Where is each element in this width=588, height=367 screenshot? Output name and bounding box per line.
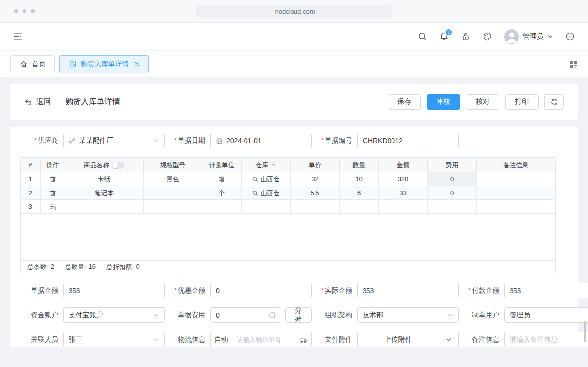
app-header: 0 管理员 — [0, 23, 588, 51]
attachment-label: 文件附件 — [314, 335, 352, 344]
actual-amount-input[interactable]: 353 — [357, 283, 459, 298]
logistics-auto-button[interactable]: 自动 — [211, 332, 232, 347]
person-select[interactable]: 张三 — [63, 332, 165, 347]
window-dot[interactable] — [31, 9, 35, 13]
share-fee-button[interactable]: 分摊 — [285, 307, 312, 323]
cell-name[interactable]: 笔记本 — [65, 186, 144, 199]
cell-fee[interactable]: 0 — [428, 186, 477, 199]
edit-icon[interactable] — [269, 312, 276, 318]
cell-index: 2 — [21, 186, 41, 199]
search-list-icon[interactable] — [49, 203, 56, 210]
doc-fee-input[interactable]: 0 — [210, 307, 281, 323]
print-button[interactable]: 打印 — [505, 94, 539, 110]
window-control-dots[interactable] — [14, 9, 35, 13]
back-button[interactable]: 返回 — [24, 98, 51, 107]
refresh-button[interactable] — [544, 94, 564, 110]
person-label: 关联人员 — [20, 335, 58, 344]
name-toggle-switch[interactable] — [112, 162, 124, 169]
logistics-label: 物流信息 — [167, 335, 205, 344]
cell-spec[interactable]: 黑色 — [144, 172, 202, 186]
field-person: 关联人员 张三 — [20, 332, 167, 347]
truck-icon[interactable] — [295, 332, 311, 347]
undo-arrow-icon — [24, 98, 32, 106]
menu-fold-icon[interactable] — [13, 32, 23, 41]
delete-row-icon[interactable] — [49, 176, 56, 183]
cell-qty[interactable] — [340, 200, 379, 213]
number-input[interactable]: GHRKD0012 — [357, 133, 459, 148]
note-input[interactable]: 请输入备注信息 — [504, 332, 588, 347]
doc-amount-label: 单据金额 — [20, 286, 58, 295]
user-menu[interactable]: 管理员 — [504, 29, 553, 44]
cell-name[interactable]: 卡纸 — [65, 172, 144, 186]
bottom-form: 单据金额 353 *优惠金额 0 *实际金额 353 *付款金额 353 — [10, 283, 578, 347]
cell-amount[interactable]: 33 — [379, 186, 428, 199]
cell-amount[interactable]: 320 — [379, 172, 428, 186]
cell-spec[interactable] — [144, 186, 202, 199]
tab-home-label: 首页 — [32, 60, 46, 69]
browser-bar: nodcloud.com — [0, 0, 588, 23]
cell-action — [41, 200, 65, 213]
lock-icon[interactable] — [461, 32, 470, 41]
field-creator: 制单用户 管理员 — [461, 307, 588, 323]
field-doc-amount: 单据金额 353 — [20, 283, 167, 298]
palette-icon[interactable] — [483, 32, 492, 41]
tab-home[interactable]: 首页 — [10, 55, 55, 73]
org-select[interactable]: 技术部 — [357, 307, 459, 323]
cell-note[interactable] — [477, 186, 555, 199]
cell-price[interactable] — [291, 200, 340, 213]
discount-input[interactable]: 0 — [210, 283, 312, 298]
info-icon[interactable] — [565, 32, 575, 41]
page-title: 购货入库单详情 — [65, 97, 120, 107]
col-warehouse[interactable]: 仓库 — [242, 158, 291, 172]
cell-unit[interactable]: 箱 — [202, 172, 242, 186]
attachment-dropdown-button[interactable] — [439, 332, 459, 347]
scrollbar-thumb[interactable] — [584, 321, 586, 342]
supplier-select[interactable]: 某某配件厂 — [63, 133, 165, 148]
tab-detail[interactable]: 购货入库单详情 — [59, 55, 149, 73]
cell-warehouse[interactable] — [242, 200, 291, 213]
document-form-icon — [69, 60, 77, 68]
cell-fee[interactable] — [428, 200, 477, 213]
logistics-input[interactable]: 请输入物流单号 — [232, 332, 295, 347]
creator-input[interactable]: 管理员 — [504, 307, 588, 323]
field-date: *单据日期 2024-01-01 — [167, 133, 314, 148]
link-icon — [69, 137, 75, 144]
window-dot[interactable] — [23, 9, 26, 13]
delete-row-icon[interactable] — [49, 190, 56, 196]
required-star: * — [34, 136, 37, 144]
date-input[interactable]: 2024-01-01 — [210, 133, 312, 148]
cell-amount[interactable] — [379, 200, 428, 213]
cell-note[interactable] — [477, 172, 555, 186]
cell-unit[interactable]: 个 — [202, 186, 242, 199]
address-bar[interactable]: nodcloud.com — [197, 5, 392, 18]
cell-action — [41, 186, 65, 199]
chevron-down-icon — [547, 34, 553, 40]
cell-name[interactable] — [65, 200, 144, 213]
cell-warehouse[interactable]: 山西仓 — [242, 172, 291, 186]
doc-amount-input[interactable]: 353 — [63, 283, 165, 298]
verify-button[interactable]: 核对 — [466, 94, 499, 110]
save-button[interactable]: 保存 — [388, 94, 421, 110]
audit-button[interactable]: 审核 — [427, 94, 460, 110]
cell-spec[interactable] — [144, 200, 202, 213]
account-select[interactable]: 支付宝账户 — [63, 307, 165, 323]
cell-unit[interactable] — [202, 200, 242, 213]
cell-price[interactable]: 5.5 — [291, 186, 340, 199]
cell-price[interactable]: 32 — [291, 172, 340, 186]
detail-card: *供应商 某某配件厂 *单据日期 202 — [10, 127, 578, 347]
cell-qty[interactable]: 6 — [340, 186, 379, 199]
cell-warehouse[interactable]: 山西仓 — [242, 186, 291, 199]
close-icon[interactable] — [135, 62, 140, 67]
avatar[interactable] — [504, 29, 519, 44]
cell-note[interactable] — [477, 200, 555, 213]
col-name: 商品名称 — [65, 158, 144, 172]
search-icon[interactable] — [418, 32, 427, 41]
window-dot[interactable] — [14, 9, 18, 13]
payment-amount-label: *付款金额 — [461, 286, 499, 295]
notification-bell-icon[interactable]: 0 — [440, 32, 449, 41]
upload-attachment-button[interactable]: 上传附件 — [357, 332, 439, 347]
cell-fee-selected[interactable]: 0 — [428, 172, 477, 186]
tab-layout-icon[interactable] — [569, 60, 578, 69]
cell-qty[interactable]: 10 — [340, 172, 379, 186]
payment-amount-input[interactable]: 353 — [504, 283, 588, 298]
